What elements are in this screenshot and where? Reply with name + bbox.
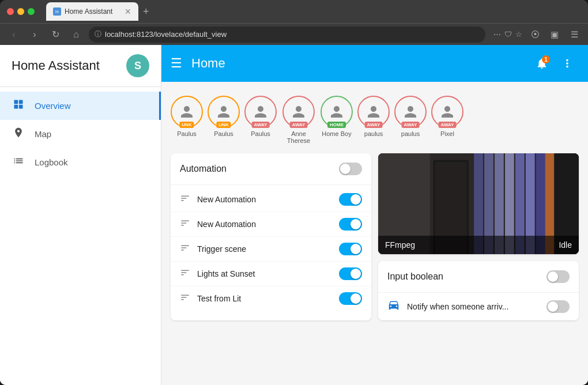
person-item-paulus1[interactable]: UNK Paulus <box>171 96 203 144</box>
person-item-paulus4[interactable]: AWAY paulus <box>357 96 390 144</box>
automation-icon-1 <box>180 193 190 206</box>
person-avatar-paulus3: AWAY <box>244 96 277 128</box>
input-boolean-main-toggle[interactable] <box>546 270 570 283</box>
forward-button[interactable]: › <box>27 27 43 43</box>
person-status-home-boy: HOME <box>327 122 346 128</box>
maximize-traffic-light[interactable] <box>28 8 35 15</box>
traffic-lights <box>7 8 35 15</box>
automation-item-4[interactable]: Lights at Sunset <box>171 262 371 286</box>
automation-toggle-4[interactable] <box>339 267 362 280</box>
sidebar-app-title: Home Assistant <box>12 58 100 73</box>
person-item-pixel[interactable]: AWAY Pixel <box>431 96 463 144</box>
content-area[interactable]: UNK Paulus UNK Paulus <box>161 82 588 385</box>
sidebar-avatar[interactable]: S <box>126 54 149 77</box>
home-button[interactable]: ⌂ <box>68 27 84 43</box>
camera-overlay: FFmpeg Idle <box>378 236 579 254</box>
person-avatar-home-boy: HOME <box>321 96 353 128</box>
sidebar-item-label-overview: Overview <box>35 101 71 111</box>
page-title: Home <box>191 56 521 71</box>
ib-name-1: Notify when someone arriv... <box>407 302 540 311</box>
automation-icon-2 <box>180 218 190 231</box>
person-item-paulus2[interactable]: UNK Paulus <box>208 96 240 144</box>
sidebar-toggle-icon[interactable]: ▣ <box>546 27 563 43</box>
automation-item-1[interactable]: New Automation <box>171 187 371 212</box>
automation-main-toggle[interactable] <box>339 163 362 175</box>
sidebar-item-label-logbook: Logbook <box>35 157 68 167</box>
automation-name-5: Test from Lit <box>197 294 332 303</box>
person-name-pixel: Pixel <box>440 130 454 137</box>
ib-item-1[interactable]: Notify when someone arriv... <box>378 293 579 320</box>
main-area: ☰ Home 1 <box>161 45 588 385</box>
hamburger-button[interactable]: ☰ <box>171 56 182 71</box>
input-boolean-card-title: Input boolean <box>387 271 443 282</box>
more-options-button[interactable] <box>556 52 579 75</box>
sidebar: Home Assistant S Overview Map <box>0 45 161 385</box>
camera-image: FFmpeg Idle <box>378 153 579 254</box>
browser-tab[interactable]: H Home Assistant ✕ <box>46 2 138 21</box>
browser-menu-icon[interactable]: ☰ <box>566 27 582 43</box>
automation-toggle-3[interactable] <box>339 243 362 255</box>
top-bar-right: 1 <box>530 52 579 75</box>
person-row: UNK Paulus UNK Paulus <box>171 91 579 153</box>
reload-button[interactable]: ↻ <box>47 27 63 43</box>
person-item-anne-therese[interactable]: AWAY Anne Therese <box>281 96 316 144</box>
person-item-paulus3[interactable]: AWAY Paulus <box>244 96 277 144</box>
minimize-traffic-light[interactable] <box>17 8 24 15</box>
address-bar: ‹ › ↻ ⌂ ⓘ localhost:8123/lovelace/defaul… <box>0 23 588 45</box>
person-status-paulus4: AWAY <box>365 122 383 128</box>
reading-list-icon[interactable]: ⦿ <box>527 27 543 43</box>
url-bar[interactable]: ⓘ localhost:8123/lovelace/default_view <box>89 27 485 43</box>
automation-name-1: New Automation <box>197 195 332 204</box>
ib-toggle-1[interactable] <box>546 300 570 313</box>
title-bar: H Home Assistant ✕ + <box>0 0 588 23</box>
automation-toggle-2[interactable] <box>339 218 362 231</box>
automation-toggle-5[interactable] <box>339 292 362 305</box>
person-item-paulus5[interactable]: AWAY paulus <box>394 96 427 144</box>
automation-item-3[interactable]: Trigger scene <box>171 237 371 262</box>
automation-list: New Automation New Automation <box>171 185 371 313</box>
person-avatar-paulus2: UNK <box>208 96 240 128</box>
sidebar-item-logbook[interactable]: Logbook <box>0 148 161 176</box>
sidebar-item-label-map: Map <box>35 129 51 139</box>
url-text: localhost:8123/lovelace/default_view <box>105 30 227 39</box>
tab-favicon: H <box>53 7 61 16</box>
automation-name-3: Trigger scene <box>197 244 332 254</box>
automation-toggle-1[interactable] <box>339 193 362 206</box>
person-name-paulus4: paulus <box>364 130 383 137</box>
close-traffic-light[interactable] <box>7 8 14 15</box>
shield-icon[interactable]: 🛡 <box>504 30 512 39</box>
automation-card: Automation New Automation <box>171 153 371 320</box>
person-avatar-paulus1: UNK <box>171 96 203 128</box>
person-name-paulus2: Paulus <box>214 130 233 137</box>
automation-item-2[interactable]: New Automation <box>171 212 371 237</box>
automation-card-title: Automation <box>180 164 227 174</box>
person-avatar-paulus5: AWAY <box>394 96 427 128</box>
automation-icon-3 <box>180 243 190 255</box>
grid-icon <box>12 99 25 113</box>
back-button[interactable]: ‹ <box>6 27 22 43</box>
url-actions: ⋯ 🛡 ☆ <box>493 30 522 39</box>
person-status-paulus2: UNK <box>216 122 231 128</box>
person-status-paulus5: AWAY <box>402 122 420 128</box>
person-name-home-boy: Home Boy <box>322 130 351 137</box>
sidebar-item-overview[interactable]: Overview <box>0 92 161 120</box>
tab-close-button[interactable]: ✕ <box>125 7 131 16</box>
notification-badge: 1 <box>542 55 550 63</box>
sidebar-header: Home Assistant S <box>0 45 161 87</box>
person-status-paulus3: AWAY <box>252 122 270 128</box>
automation-icon-4 <box>180 267 190 280</box>
tabs-area: H Home Assistant ✕ + <box>39 2 581 21</box>
person-name-paulus5: paulus <box>401 130 420 137</box>
person-avatar-anne-therese: AWAY <box>282 96 315 128</box>
automation-item-5[interactable]: Test from Lit <box>171 286 371 311</box>
browser-window: H Home Assistant ✕ + ‹ › ↻ ⌂ ⓘ localhost… <box>0 0 588 385</box>
new-tab-button[interactable]: + <box>138 6 154 18</box>
tab-title: Home Assistant <box>65 7 121 16</box>
bookmarks-menu-button[interactable]: ⋯ <box>493 30 501 39</box>
sidebar-item-map[interactable]: Map <box>0 120 161 148</box>
automation-name-4: Lights at Sunset <box>197 269 332 278</box>
bookmark-icon[interactable]: ☆ <box>515 30 522 39</box>
notifications-button[interactable]: 1 <box>530 52 553 75</box>
app-container: Home Assistant S Overview Map <box>0 45 588 385</box>
person-item-home-boy[interactable]: HOME Home Boy <box>321 96 353 144</box>
